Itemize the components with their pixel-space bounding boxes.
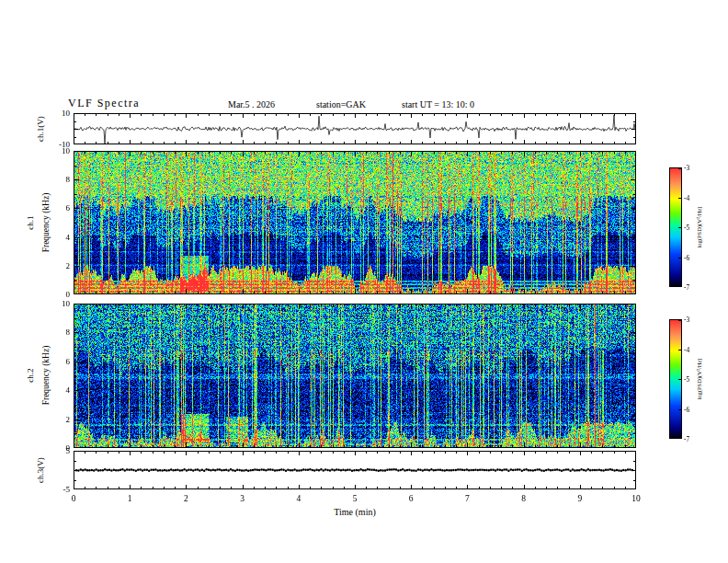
- ch2-spectrogram-canvas: [74, 304, 636, 448]
- spec2-y-tick-label: 2: [42, 415, 70, 424]
- x-tick-label: 8: [510, 494, 538, 503]
- ch3-waveform-panel: [74, 451, 636, 489]
- x-tick-label: 10: [622, 494, 650, 503]
- x-tick-label: 2: [172, 494, 199, 503]
- spec1-y-tick-label: 0: [42, 290, 70, 299]
- ch1-wave-ymin-label: -10: [42, 140, 70, 149]
- ch1-frequency-axis-label: Frequency (kHz): [41, 193, 51, 253]
- ch3-voltage-axis-label: ch.3(V): [36, 457, 45, 483]
- x-tick-label: 9: [566, 494, 594, 503]
- x-tick-label: 4: [285, 494, 313, 503]
- colorbar2-tick-label: -7: [684, 435, 699, 443]
- x-tick-label: 5: [341, 494, 369, 503]
- colorbar1-tick-label: -6: [684, 253, 699, 261]
- ch2-channel-label: ch.2: [26, 368, 35, 382]
- station-label: station=GAK: [316, 99, 366, 109]
- ch1-channel-label: ch.1: [26, 215, 35, 229]
- x-tick-label: 0: [60, 494, 87, 503]
- x-tick-label: 3: [229, 494, 256, 503]
- colorbar2-tick-label: -6: [684, 405, 699, 413]
- spec1-y-tick-label: 8: [42, 175, 70, 184]
- colorbar1-tick-label: -7: [684, 283, 699, 292]
- colorbar1-tick-label: -3: [684, 164, 699, 172]
- colorbar-ch2: [669, 319, 682, 439]
- ch3-waveform-canvas: [74, 451, 636, 489]
- spec1-y-tick-label: 2: [42, 261, 70, 270]
- colorbar2-tick-label: -3: [684, 316, 699, 324]
- colorbar-ch1: [669, 167, 682, 287]
- colorbar-ch1-psd-label: log(PSD)(V²/Hz): [696, 207, 702, 248]
- ch1-wave-ymax-label: 10: [42, 109, 70, 118]
- colorbar2-tick-label: -4: [684, 345, 699, 353]
- colorbar1-tick-label: -4: [684, 193, 699, 201]
- x-tick-label: 6: [397, 494, 425, 503]
- ch3-ymin-label: -5: [42, 485, 70, 494]
- ch1-voltage-axis-label: ch.1(V): [36, 116, 45, 142]
- x-tick-label: 7: [453, 494, 481, 503]
- x-tick-label: 1: [116, 494, 143, 503]
- ch1-spectrogram-panel: [74, 151, 636, 294]
- ch2-frequency-axis-label: Frequency (kHz): [41, 346, 51, 406]
- ch1-waveform-canvas: [74, 113, 636, 144]
- vlf-spectra-figure: VLF Spectra Mar.5 . 2026 station=GAK sta…: [0, 0, 728, 563]
- ch1-waveform-panel: [74, 113, 636, 144]
- start-ut-label: start UT = 13: 10: 0: [402, 99, 474, 109]
- ch2-spectrogram-panel: [74, 304, 636, 448]
- spec2-y-tick-label: 8: [42, 327, 70, 337]
- spec2-y-tick-label: 10: [42, 299, 70, 308]
- date-label: Mar.5 . 2026: [228, 99, 275, 109]
- time-axis-label: Time (min): [318, 507, 392, 517]
- figure-title: VLF Spectra: [68, 97, 140, 110]
- colorbar-ch2-psd-label: log(PSD)(V²/Hz): [696, 359, 702, 400]
- ch1-spectrogram-canvas: [74, 151, 636, 294]
- ch3-ymax-label: 5: [42, 446, 70, 455]
